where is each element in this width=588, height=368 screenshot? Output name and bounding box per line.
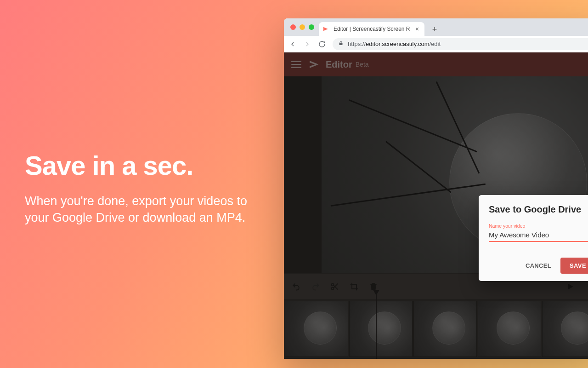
- browser-tabstrip: Editor | Screencastify Screen R × +: [284, 18, 588, 36]
- svg-marker-5: [568, 284, 573, 289]
- timeline-thumbnail[interactable]: [478, 301, 541, 357]
- play-button[interactable]: [565, 282, 575, 292]
- svg-rect-0: [339, 43, 343, 46]
- browser-toolbar: https://editor.screencastify.com/edit: [284, 36, 588, 52]
- video-name-input[interactable]: [489, 230, 588, 242]
- timeline-thumbnail[interactable]: [542, 301, 588, 357]
- hero-headline: Save in a sec.: [25, 152, 264, 180]
- timeline-thumbnail[interactable]: [413, 301, 477, 357]
- window-close-icon[interactable]: [290, 24, 296, 30]
- dialog-actions: CANCEL SAVE: [489, 258, 588, 274]
- nav-back-button[interactable]: [288, 40, 297, 48]
- browser-tab-active[interactable]: Editor | Screencastify Screen R ×: [319, 22, 424, 36]
- save-button[interactable]: SAVE: [560, 258, 588, 274]
- crop-button[interactable]: [349, 282, 359, 292]
- undo-button[interactable]: [291, 282, 301, 292]
- timeline[interactable]: [284, 299, 588, 359]
- dialog-title: Save to Google Drive: [489, 204, 588, 215]
- redo-button[interactable]: [311, 282, 321, 292]
- brand-tag: Beta: [356, 61, 369, 68]
- tab-title: Editor | Screencastify Screen R: [334, 26, 412, 32]
- hero-body: When you're done, export your videos to …: [25, 193, 264, 226]
- video-name-label: Name your video: [489, 223, 588, 229]
- cancel-button[interactable]: CANCEL: [523, 258, 554, 274]
- playhead-icon[interactable]: [376, 291, 377, 359]
- nav-forward-button[interactable]: [303, 40, 311, 48]
- marketing-hero: Save in a sec. When you're done, export …: [25, 152, 264, 226]
- url-text: https://editor.screencastify.com/edit: [348, 40, 441, 47]
- app-header: Editor Beta: [284, 52, 588, 76]
- app-viewport: Editor Beta: [284, 52, 588, 359]
- address-bar[interactable]: https://editor.screencastify.com/edit: [333, 38, 588, 50]
- save-dialog: Save to Google Drive Name your video CAN…: [479, 195, 588, 281]
- cut-button[interactable]: [330, 282, 340, 292]
- browser-window: Editor | Screencastify Screen R × + http…: [284, 18, 588, 359]
- window-minimize-icon[interactable]: [300, 24, 305, 30]
- tab-favicon-icon: [323, 26, 330, 32]
- brand-name: Editor: [326, 59, 352, 70]
- tab-close-icon[interactable]: ×: [415, 25, 419, 33]
- timeline-thumbnail[interactable]: [285, 301, 348, 357]
- window-controls: [290, 24, 314, 30]
- app-brand: Editor Beta: [310, 59, 369, 70]
- stage-left-gutter: [284, 76, 322, 273]
- menu-button[interactable]: [291, 61, 301, 68]
- nav-reload-button[interactable]: [318, 40, 326, 48]
- new-tab-button[interactable]: +: [428, 23, 441, 36]
- brand-logo-icon: [310, 60, 322, 69]
- window-zoom-icon[interactable]: [309, 24, 314, 30]
- lock-icon: [338, 40, 344, 47]
- timeline-thumbnail[interactable]: [349, 301, 413, 357]
